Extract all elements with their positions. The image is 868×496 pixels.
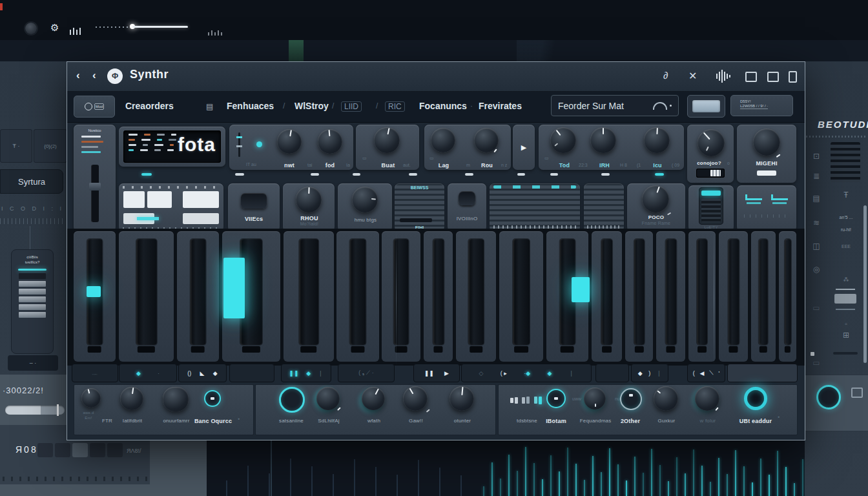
hmu-knob[interactable] (352, 187, 378, 212)
sidebar-cell-2[interactable]: {0}(2) (34, 129, 67, 163)
note-block-large[interactable] (223, 258, 245, 318)
menu-item-ric[interactable]: RIC (385, 101, 405, 112)
waveform-icon[interactable] (715, 68, 732, 84)
small-panel-icon[interactable] (851, 388, 863, 398)
fader-slot[interactable] (513, 239, 530, 345)
slot-icon-2[interactable]: ▭ (809, 358, 824, 367)
ibotam-knob[interactable] (546, 389, 566, 408)
satsaniine-knob[interactable] (279, 387, 305, 413)
fader-slot[interactable] (433, 239, 444, 345)
transport-segment[interactable]: ❚❚◆❘ (281, 364, 331, 382)
note-block-small[interactable] (87, 286, 101, 297)
irh-knob[interactable] (590, 127, 616, 153)
play-icon[interactable]: ▶ (521, 143, 526, 152)
fader-column[interactable] (751, 231, 776, 362)
fader-stack[interactable] (12, 273, 53, 318)
slot-icon-1[interactable]: ▭ (809, 304, 824, 313)
wfolur-knob[interactable] (695, 386, 719, 411)
transport-segment[interactable]: ()◣◆ (178, 364, 227, 382)
guxkur-knob[interactable] (654, 386, 678, 411)
migehi-knob[interactable] (753, 129, 780, 156)
icu-knob[interactable] (644, 127, 670, 153)
nwt-knob[interactable] (277, 129, 302, 154)
fader-slot[interactable] (665, 239, 676, 345)
volume-button[interactable] (459, 191, 475, 205)
fader-slot[interactable] (784, 239, 790, 345)
slider-track[interactable] (132, 26, 188, 28)
menu-item-fenhuaces[interactable]: Fenhuaces (227, 101, 274, 111)
fader-slot[interactable] (697, 239, 707, 345)
transport-segment[interactable]: ﹏ (72, 364, 118, 382)
fader-slot[interactable] (634, 239, 644, 345)
wfath-knob[interactable] (362, 387, 385, 410)
transport-segment[interactable] (595, 364, 629, 382)
tree-icon[interactable]: Ŧ (838, 191, 854, 200)
fader-column[interactable] (177, 231, 219, 362)
gear-icon[interactable]: ⚙ (50, 22, 59, 34)
fader-column[interactable] (688, 231, 716, 362)
stripes2-module[interactable] (584, 183, 624, 231)
menu-item-wlstroy[interactable]: WlStroy (294, 101, 329, 111)
lag-knob[interactable] (431, 128, 455, 152)
fader-column[interactable] (719, 231, 748, 362)
fader-column[interactable] (499, 231, 543, 362)
transport-segment[interactable] (727, 364, 798, 382)
fader-column[interactable] (592, 231, 622, 362)
buat-knob[interactable] (374, 127, 400, 153)
transport-segment[interactable]: (◀⟍' (687, 364, 725, 382)
list-menu-icon[interactable]: ▤ (206, 102, 213, 111)
panel-icon[interactable]: ◫ (809, 242, 824, 251)
fader-slot[interactable] (468, 239, 484, 345)
export-window-icon[interactable] (745, 72, 757, 82)
menu-item-frevirates[interactable]: Frevirates (479, 101, 522, 111)
transport-segment[interactable]: ◇( ▸·◆◆❘ (461, 364, 592, 382)
fader-slot[interactable] (136, 239, 156, 345)
otunter-knob[interactable] (450, 386, 474, 411)
window-icon[interactable]: ⊡ (809, 152, 824, 161)
rou-knob[interactable] (474, 128, 499, 152)
beiwss-module[interactable]: BEIWSS EIHI (395, 183, 444, 231)
preset-button[interactable]: D55Y! L2W05B / / 9! / · (730, 95, 793, 116)
other2-knob[interactable] (620, 388, 642, 410)
fader-slot[interactable] (759, 239, 768, 345)
ubt-knob[interactable] (744, 387, 767, 410)
menu-item-creaorders[interactable]: Creaorders (125, 101, 174, 111)
sidebar-bottom-bar[interactable]: ‒ · (8, 355, 58, 371)
rack-fader-thumb[interactable] (89, 183, 101, 191)
minimize-panel-icon[interactable] (789, 71, 797, 83)
close-icon[interactable]: ✕ (688, 70, 697, 82)
small-box-icon[interactable]: ▫ (838, 320, 854, 327)
toggle-button[interactable] (687, 95, 725, 118)
fader-column[interactable] (625, 231, 653, 362)
transport-segment[interactable]: ❚❚▶ (413, 364, 460, 382)
sidebar-fader-module[interactable]: ciiíBíis tvsillIcs? (11, 249, 54, 354)
step-block-3[interactable] (183, 191, 219, 208)
maximize-icon[interactable] (767, 72, 779, 82)
fader-column[interactable] (336, 231, 379, 362)
fader-column[interactable] (456, 231, 496, 362)
horizontal-slider-thumb[interactable] (57, 404, 59, 416)
record-button[interactable] (25, 23, 37, 34)
onuur-knob[interactable] (163, 387, 189, 411)
transport-segment[interactable]: ( ❟ ⟋ · (338, 364, 395, 382)
eye-icon[interactable]: ◎ (809, 265, 824, 274)
menu-mode-button[interactable]: Mod (74, 96, 115, 118)
step-block-5[interactable] (183, 213, 219, 224)
vertical-fader-cap[interactable] (701, 191, 721, 196)
fader-column[interactable] (424, 231, 453, 362)
transport-segment[interactable] (229, 364, 274, 382)
fader-column[interactable] (119, 231, 174, 362)
play-module[interactable]: ▶ (513, 125, 535, 170)
fader-slot[interactable] (349, 239, 366, 345)
fader-slot[interactable] (601, 239, 613, 345)
bottom-right-ring-knob[interactable] (816, 385, 841, 409)
back-icon[interactable]: ‹ (76, 69, 80, 82)
vertical-fader[interactable] (699, 187, 723, 225)
grid-icon[interactable]: ▤ (809, 194, 824, 203)
sdl-knob[interactable] (316, 387, 340, 410)
fod-knob[interactable] (318, 129, 342, 154)
note-icon[interactable]: ∂ (663, 70, 668, 81)
wide-stripes-module[interactable] (490, 183, 580, 231)
transport-segment[interactable]: ◆· (119, 364, 177, 382)
list-icon[interactable]: ≣ (809, 172, 824, 181)
